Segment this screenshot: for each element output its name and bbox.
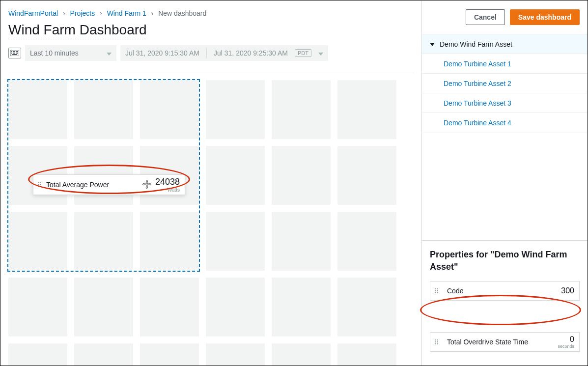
- property-value: 0 seconds: [558, 335, 574, 349]
- grid-cell[interactable]: [272, 146, 331, 205]
- chevron-right-icon: ›: [100, 9, 102, 17]
- caret-down-icon: [318, 49, 323, 57]
- grip-icon: [38, 182, 41, 187]
- grid-cell[interactable]: [8, 343, 67, 366]
- grid-cell[interactable]: [337, 212, 396, 271]
- spacer: [422, 133, 588, 240]
- grip-icon: [435, 288, 438, 293]
- tree-child-row[interactable]: Demo Turbine Asset 4: [422, 113, 588, 133]
- property-value: 300: [561, 286, 574, 295]
- grip-icon: [435, 339, 438, 344]
- drag-value: 24038 Watts: [155, 177, 180, 193]
- tree-child-row[interactable]: Demo Turbine Asset 1: [422, 54, 588, 74]
- svg-rect-6: [11, 53, 12, 54]
- grid-cell[interactable]: [337, 146, 396, 205]
- grid-cell[interactable]: [337, 343, 396, 366]
- properties-heading: Properties for "Demo Wind Farm Asset": [430, 249, 580, 273]
- svg-rect-8: [14, 53, 15, 54]
- svg-rect-10: [17, 53, 18, 54]
- svg-rect-4: [16, 51, 17, 52]
- grid-cell[interactable]: [140, 343, 199, 366]
- grid-cell[interactable]: [272, 278, 331, 337]
- chevron-right-icon: ›: [151, 9, 154, 17]
- grid-cell[interactable]: [8, 80, 67, 139]
- grid-cell[interactable]: [74, 343, 133, 366]
- title-row: [0, 22, 421, 42]
- grid-cell[interactable]: [74, 212, 133, 271]
- dashboard-title-input[interactable]: [8, 22, 146, 39]
- tree-parent-row[interactable]: Demo Wind Farm Asset: [422, 34, 588, 54]
- grid-cell[interactable]: [140, 80, 199, 139]
- main-panel: WindFarmPortal › Projects › Wind Farm 1 …: [0, 0, 421, 366]
- svg-rect-3: [14, 51, 15, 52]
- properties-panel: Properties for "Demo Wind Farm Asset" Co…: [422, 240, 588, 366]
- keyboard-icon[interactable]: [8, 48, 21, 58]
- time-range-display[interactable]: Jul 31, 2020 9:15:30 AM Jul 31, 2020 9:2…: [120, 45, 328, 61]
- drag-label: Total Average Power: [46, 181, 139, 189]
- svg-rect-9: [16, 53, 17, 54]
- grid-cell[interactable]: [337, 278, 396, 337]
- divider: [8, 73, 414, 73]
- grid-cell[interactable]: [206, 212, 265, 271]
- svg-rect-1: [11, 51, 12, 52]
- tree-child-row[interactable]: Demo Turbine Asset 2: [422, 74, 588, 93]
- breadcrumb-portal[interactable]: WindFarmPortal: [8, 9, 58, 17]
- start-time: Jul 31, 2020 9:15:30 AM: [125, 49, 199, 57]
- grid-area: Total Average Power 24038 Watts: [0, 68, 421, 366]
- tree-parent-label: Demo Wind Farm Asset: [440, 40, 512, 48]
- breadcrumb-projects[interactable]: Projects: [70, 9, 95, 17]
- sidebar: Cancel Save dashboard Demo Wind Farm Ass…: [421, 0, 588, 366]
- time-range-select[interactable]: Last 10 minutes: [25, 45, 116, 61]
- time-range-label: Last 10 minutes: [30, 49, 79, 57]
- grid-cell[interactable]: [140, 278, 199, 337]
- property-card-code[interactable]: Code 300: [430, 281, 580, 301]
- grid-cell[interactable]: [272, 80, 331, 139]
- drag-value-number: 24038: [155, 177, 180, 187]
- property-value-number: 300: [561, 286, 574, 295]
- grid-cell[interactable]: [272, 343, 331, 366]
- breadcrumb-current: New dashboard: [158, 9, 206, 17]
- cancel-button[interactable]: Cancel: [466, 9, 505, 25]
- grid-cell[interactable]: [337, 80, 396, 139]
- grid-cell[interactable]: [140, 212, 199, 271]
- tree-child-label: Demo Turbine Asset 2: [444, 80, 511, 87]
- tree-child-row[interactable]: Demo Turbine Asset 3: [422, 93, 588, 113]
- tree-child-label: Demo Turbine Asset 1: [444, 60, 511, 68]
- grid-cell[interactable]: [74, 80, 133, 139]
- dashboard-grid[interactable]: Total Average Power 24038 Watts: [8, 80, 414, 366]
- sidebar-actions: Cancel Save dashboard: [422, 0, 588, 34]
- drag-value-unit: Watts: [155, 187, 180, 193]
- dragging-property-card[interactable]: Total Average Power 24038 Watts: [33, 174, 185, 195]
- divider: [206, 48, 207, 58]
- save-dashboard-button[interactable]: Save dashboard: [510, 9, 580, 25]
- property-card-overdrive[interactable]: Total Overdrive State Time 0 seconds: [430, 332, 580, 352]
- property-value-unit: seconds: [558, 344, 574, 349]
- tree-child-label: Demo Turbine Asset 4: [444, 119, 511, 127]
- breadcrumb-windfarm1[interactable]: Wind Farm 1: [107, 9, 146, 17]
- time-controls: Last 10 minutes Jul 31, 2020 9:15:30 AM …: [0, 42, 421, 68]
- property-value-number: 0: [570, 335, 574, 343]
- grid-cell[interactable]: [272, 212, 331, 271]
- caret-down-icon: [107, 49, 112, 57]
- grid-cell[interactable]: [206, 278, 265, 337]
- breadcrumb: WindFarmPortal › Projects › Wind Farm 1 …: [0, 0, 421, 22]
- chevron-right-icon: ›: [63, 9, 65, 17]
- grid-cell[interactable]: [74, 278, 133, 337]
- svg-rect-11: [12, 54, 17, 55]
- grid-cell[interactable]: [8, 278, 67, 337]
- grid-cell[interactable]: [206, 343, 265, 366]
- svg-rect-2: [13, 51, 14, 52]
- grid-cell[interactable]: [206, 146, 265, 205]
- tree-child-label: Demo Turbine Asset 3: [444, 99, 511, 107]
- asset-tree: Demo Wind Farm Asset Demo Turbine Asset …: [422, 34, 588, 133]
- property-label: Total Overdrive State Time: [447, 338, 558, 346]
- caret-down-icon: [430, 40, 435, 48]
- timezone-badge: PDT: [295, 49, 311, 57]
- end-time: Jul 31, 2020 9:25:30 AM: [214, 49, 288, 57]
- property-label: Code: [447, 287, 561, 295]
- grid-cell[interactable]: [206, 80, 265, 139]
- svg-rect-7: [13, 53, 14, 54]
- grid-cell[interactable]: [8, 212, 67, 271]
- move-icon: [142, 180, 151, 190]
- svg-rect-5: [17, 51, 18, 52]
